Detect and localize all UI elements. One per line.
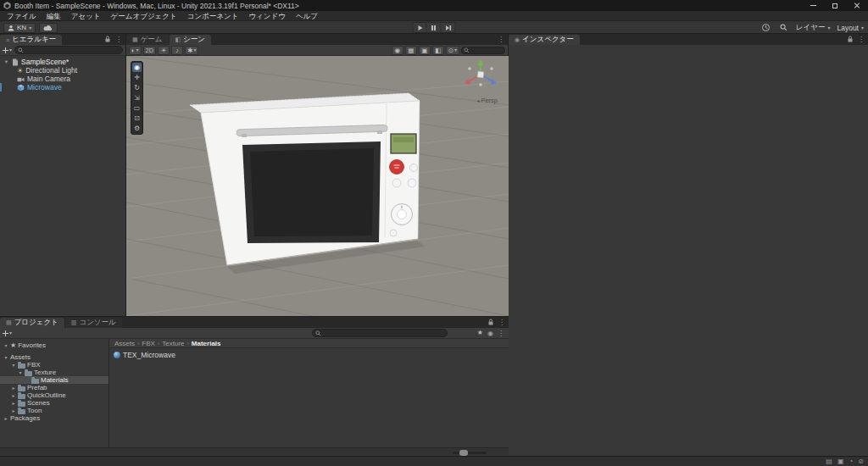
tab-hierarchy[interactable]: ≡ ヒエラルキー [0,35,62,45]
search-icon [315,330,321,336]
overlay-toggle[interactable]: ▣ [419,46,431,55]
scene-viewport[interactable]: ◉ ✛ ↻ ⇲ ▭ ⊡ ⚙ ◂ Persp [126,56,509,316]
tab-game[interactable]: ▦ ゲーム [126,35,169,45]
foldout-icon[interactable]: ▾ [3,58,9,65]
tree-item-favorites[interactable]: ▾ ★ Favorites [0,341,108,349]
hidden-objects-toggle[interactable]: ◉ [392,46,403,55]
menu-edit[interactable]: 編集 [42,11,66,21]
pause-button[interactable] [427,22,442,33]
hierarchy-item-microwave[interactable]: Microwave [0,83,125,92]
scene-panel: ▦ ゲーム ◧ シーン ⋮ ◐▾ 2D ☀ ♪ ✱▾ ◉ ▦ ▣ ◧ ⊙▾ [126,34,509,316]
project-folder-tree: ▾ ★ Favorites ▾ Assets ▾ FBX ▾ Text [0,339,109,447]
lock-icon[interactable] [847,36,854,42]
kebab-icon[interactable]: ⋮ [858,36,865,43]
menu-gameobject[interactable]: ゲームオブジェクト [106,11,182,21]
kebab-icon[interactable]: ⋮ [498,36,504,43]
transform-tool-icon: ⊡ [134,114,140,122]
effects-dropdown[interactable]: ✱▾ [185,46,198,55]
camera-settings-button[interactable]: ◧ [432,46,444,55]
rect-tool-button[interactable]: ▭ [132,103,142,113]
tree-item-prefab[interactable]: ▸ Prefab [0,384,108,391]
menu-assets[interactable]: アセット [66,11,106,21]
step-button[interactable] [442,22,456,33]
foldout-icon[interactable]: ▸ [11,400,16,406]
view-tool-button[interactable]: ◉ [132,63,142,72]
shading-mode-dropdown[interactable]: ◐▾ [129,46,142,55]
asset-item-tex-microwave[interactable]: TEX_Microwave [114,351,504,359]
tab-project[interactable]: ▤ プロジェクト [0,318,64,328]
microwave-model[interactable] [190,93,425,274]
search-button[interactable] [778,22,789,33]
cloud-button[interactable] [39,23,58,33]
status-layout-icon[interactable]: ▣ [837,458,844,465]
layers-dropdown[interactable]: レイヤー▾ [796,23,831,33]
foldout-icon[interactable]: ▸ [3,415,8,421]
breadcrumb-materials[interactable]: Materials [192,340,221,347]
foldout-icon[interactable]: ▾ [18,369,23,375]
breadcrumb-texture[interactable]: Texture [162,340,184,347]
tree-item-fbx[interactable]: ▾ FBX [0,361,108,369]
hierarchy-search-input[interactable] [14,46,123,54]
orientation-gizmo[interactable] [465,60,498,86]
scene-audio-toggle[interactable]: ♪ [171,46,183,55]
kebab-icon[interactable]: ⋮ [498,330,504,337]
status-blocked-icon[interactable]: ⊘ [858,458,864,465]
tree-item-assets[interactable]: ▾ Assets [0,353,108,361]
2d-toggle[interactable]: 2D [143,46,157,55]
kebab-icon[interactable]: ⋮ [115,36,122,43]
custom-tool-button[interactable]: ⚙ [132,124,142,133]
menu-component[interactable]: コンポーネント [182,11,244,21]
hierarchy-item-samplescene[interactable]: ▾ SampleScene* [0,58,125,66]
layout-dropdown[interactable]: Layout▾ [837,24,864,32]
foldout-icon[interactable]: ▸ [11,392,16,398]
project-search-input[interactable] [312,329,448,337]
menu-window[interactable]: ウィンドウ [243,11,291,21]
move-tool-button[interactable]: ✛ [132,73,142,82]
rotate-tool-button[interactable]: ↻ [132,83,142,92]
gizmos-dropdown[interactable]: ⊙▾ [446,46,459,55]
hierarchy-item-directional-light[interactable]: ☀ Directional Light [0,66,125,75]
status-progress-icon[interactable]: ◔ [849,458,853,465]
tree-item-texture[interactable]: ▾ Texture [0,369,108,376]
menu-file[interactable]: ファイル [2,11,42,21]
scale-tool-button[interactable]: ⇲ [132,93,142,103]
foldout-icon[interactable]: ▾ [11,362,16,368]
create-object-button[interactable]: ▾ [3,47,12,53]
tree-item-scenes[interactable]: ▸ Scenes [0,399,108,407]
lock-icon[interactable] [104,36,111,42]
scene-lighting-toggle[interactable]: ☀ [158,46,170,55]
create-asset-button[interactable]: ▾ [3,330,12,336]
scene-search-input[interactable] [461,47,505,54]
foldout-icon[interactable]: ▸ [11,408,16,413]
account-button[interactable]: KN ▾ [3,23,36,33]
tree-item-packages[interactable]: ▸ Packages [0,414,108,422]
tree-item-quickoutline[interactable]: ▸ QuickOutline [0,391,108,399]
foldout-icon[interactable]: ▸ [11,385,16,391]
foldout-icon[interactable]: ▾ [3,342,8,348]
history-button[interactable] [760,22,771,33]
tree-item-toon[interactable]: ▸ Toon [0,407,108,414]
kebab-icon[interactable]: ⋮ [498,319,505,326]
tab-console[interactable]: ▥ コンソール [65,318,122,328]
transform-tool-button[interactable]: ⊡ [132,114,142,123]
tab-scene[interactable]: ◧ シーン [170,35,212,45]
play-button[interactable] [413,22,427,33]
foldout-icon[interactable]: ▾ [3,354,8,360]
close-button[interactable] [846,0,868,11]
menu-help[interactable]: ヘルプ [291,11,323,21]
hidden-packages-icon[interactable]: ◉ [487,330,493,337]
breadcrumb-fbx[interactable]: FBX [142,340,155,347]
grid-toggle[interactable]: ▦ [405,46,417,55]
maximize-button[interactable] [824,0,846,11]
tree-item-materials[interactable]: Materials [0,376,108,384]
thumbnail-zoom-slider[interactable] [453,452,487,454]
favorite-search-icon[interactable]: ★ [477,330,483,336]
slider-handle[interactable] [459,450,468,456]
persp-label[interactable]: ◂ Persp [476,97,498,104]
lock-icon[interactable] [487,319,494,325]
breadcrumb-assets[interactable]: Assets [114,340,135,347]
tab-inspector[interactable]: ◉ インスペクター [509,35,580,45]
minimize-button[interactable] [802,0,824,11]
hierarchy-item-main-camera[interactable]: Main Camera [0,75,125,83]
status-console-icon[interactable]: ▤ [826,458,832,465]
